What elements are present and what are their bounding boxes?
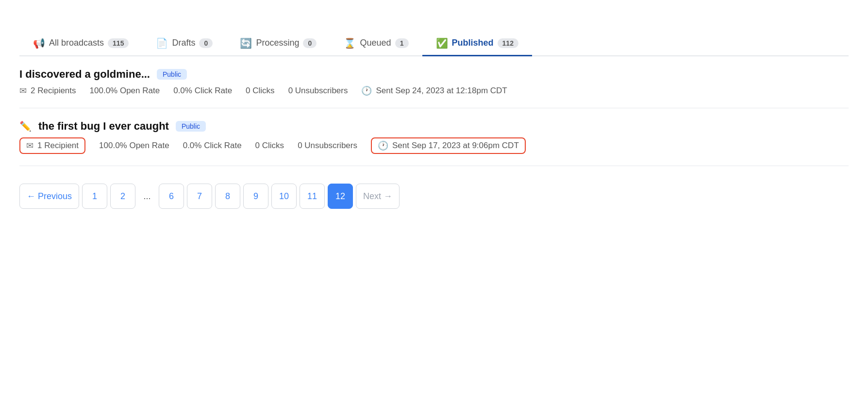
page-button-11[interactable]: 11 xyxy=(300,184,325,209)
all-tab-badge: 115 xyxy=(108,38,129,48)
page-button-2[interactable]: 2 xyxy=(110,184,135,209)
ellipsis: ... xyxy=(138,184,156,209)
page-button-7[interactable]: 7 xyxy=(187,184,212,209)
broadcast-item: I discovered a goldmine...Public✉2 Recip… xyxy=(19,56,849,108)
recipients-text: 1 Recipient xyxy=(37,141,79,151)
sent-at-text: Sent Sep 24, 2023 at 12:18pm CDT xyxy=(376,86,507,96)
queued-tab-badge: 1 xyxy=(395,38,409,48)
clock-icon: 🕐 xyxy=(378,140,388,151)
clock-icon: 🕐 xyxy=(361,85,372,96)
page-button-10[interactable]: 10 xyxy=(271,184,297,209)
unsubscribers-text: 0 Unsubscribers xyxy=(288,86,348,96)
page-button-1[interactable]: 1 xyxy=(82,184,107,209)
queued-tab-icon: ⌛ xyxy=(344,38,356,48)
open-rate-item: 100.0% Open Rate xyxy=(90,86,160,96)
processing-tab-label: Processing xyxy=(256,38,299,48)
mail-icon: ✉ xyxy=(26,140,33,151)
drafts-tab-label: Drafts xyxy=(172,38,195,48)
tab-all[interactable]: 📢All broadcasts115 xyxy=(19,31,142,56)
queued-tab-label: Queued xyxy=(360,38,391,48)
public-badge: Public xyxy=(157,69,187,80)
page-button-8[interactable]: 8 xyxy=(215,184,240,209)
tab-queued[interactable]: ⌛Queued1 xyxy=(330,31,422,56)
tabs-bar: 📢All broadcasts115📄Drafts0🔄Processing0⌛Q… xyxy=(19,31,849,56)
tab-published[interactable]: ✅Published112 xyxy=(422,31,532,56)
broadcast-item: ✏️the first bug I ever caughtPublic✉1 Re… xyxy=(19,108,849,166)
tab-drafts[interactable]: 📄Drafts0 xyxy=(142,31,226,56)
broadcast-title-row: ✏️the first bug I ever caughtPublic xyxy=(19,120,849,133)
click-rate-text: 0.0% Click Rate xyxy=(173,86,232,96)
clicks-text: 0 Clicks xyxy=(246,86,275,96)
all-tab-label: All broadcasts xyxy=(49,38,104,48)
broadcast-title[interactable]: the first bug I ever caught xyxy=(38,120,169,133)
click-rate-item: 0.0% Click Rate xyxy=(173,86,232,96)
clicks-text: 0 Clicks xyxy=(255,141,284,151)
sent-at-item: 🕐Sent Sep 24, 2023 at 12:18pm CDT xyxy=(361,85,507,96)
clicks-item: 0 Clicks xyxy=(255,141,284,151)
open-rate-text: 100.0% Open Rate xyxy=(99,141,169,151)
sent-at-item[interactable]: 🕐Sent Sep 17, 2023 at 9:06pm CDT xyxy=(371,137,526,154)
next-button: Next → xyxy=(356,184,400,209)
drafts-tab-badge: 0 xyxy=(199,38,213,48)
mail-icon: ✉ xyxy=(19,85,27,96)
open-rate-item: 100.0% Open Rate xyxy=(99,141,169,151)
broadcast-list: I discovered a goldmine...Public✉2 Recip… xyxy=(19,56,849,166)
unsubscribers-item: 0 Unsubscribers xyxy=(298,141,357,151)
pencil-icon: ✏️ xyxy=(19,120,32,132)
published-tab-icon: ✅ xyxy=(436,38,448,48)
pagination: ← Previous12...6789101112Next → xyxy=(19,184,849,209)
recipients-text: 2 Recipients xyxy=(31,86,76,96)
page-button-12[interactable]: 12 xyxy=(328,184,353,209)
unsubscribers-item: 0 Unsubscribers xyxy=(288,86,348,96)
page-button-9[interactable]: 9 xyxy=(243,184,268,209)
broadcast-meta: ✉2 Recipients100.0% Open Rate0.0% Click … xyxy=(19,85,849,96)
processing-tab-badge: 0 xyxy=(303,38,317,48)
published-tab-label: Published xyxy=(452,38,494,48)
drafts-tab-icon: 📄 xyxy=(156,38,168,48)
open-rate-text: 100.0% Open Rate xyxy=(90,86,160,96)
broadcast-meta: ✉1 Recipient100.0% Open Rate0.0% Click R… xyxy=(19,137,849,154)
click-rate-text: 0.0% Click Rate xyxy=(183,141,242,151)
all-tab-icon: 📢 xyxy=(33,38,45,48)
recipients-item[interactable]: ✉1 Recipient xyxy=(19,137,85,154)
page-button-6[interactable]: 6 xyxy=(159,184,184,209)
tab-processing[interactable]: 🔄Processing0 xyxy=(226,31,330,56)
published-tab-badge: 112 xyxy=(498,38,518,48)
recipients-item: ✉2 Recipients xyxy=(19,85,76,96)
prev-button[interactable]: ← Previous xyxy=(19,184,79,209)
sent-at-text: Sent Sep 17, 2023 at 9:06pm CDT xyxy=(392,141,519,151)
click-rate-item: 0.0% Click Rate xyxy=(183,141,242,151)
clicks-item: 0 Clicks xyxy=(246,86,275,96)
public-badge: Public xyxy=(176,121,206,132)
broadcast-title[interactable]: I discovered a goldmine... xyxy=(19,68,150,81)
processing-tab-icon: 🔄 xyxy=(240,38,252,48)
unsubscribers-text: 0 Unsubscribers xyxy=(298,141,357,151)
broadcast-title-row: I discovered a goldmine...Public xyxy=(19,68,849,81)
